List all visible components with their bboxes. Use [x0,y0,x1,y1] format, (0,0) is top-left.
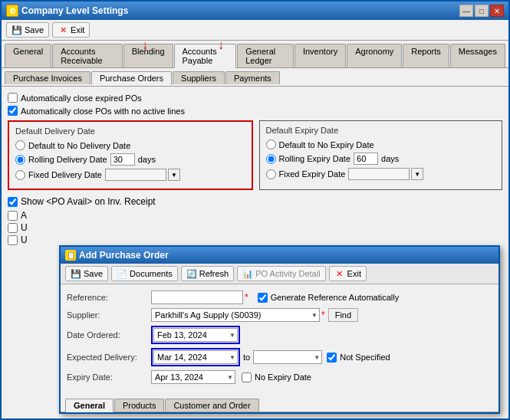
no-delivery-radio[interactable] [15,140,25,150]
check-u2-checkbox[interactable] [8,235,18,245]
fixed-expiry-radio[interactable] [266,169,276,179]
dialog-documents-button[interactable]: 📄 Documents [111,266,178,281]
fixed-expiry-date-input: Apr 13, 2024 ▼ [348,168,423,180]
subtab-purchase-orders[interactable]: Purchase Orders [91,71,172,85]
subtab-payments[interactable]: Payments [225,71,280,84]
no-expiry-radio[interactable] [266,139,276,149]
date-ordered-row: Date Ordered: Feb 13, 2024 [67,326,492,344]
check-a-checkbox[interactable] [8,211,18,221]
delivery-date-panel: Default Delivery Date Default to No Deli… [8,120,253,190]
fixed-delivery-radio[interactable] [15,170,25,180]
tab-content: Automatically close expired POs Automati… [2,87,508,253]
minimize-button[interactable]: — [459,5,473,17]
dialog-refresh-button[interactable]: 🔄 Refresh [181,266,235,281]
dialog-tab-products[interactable]: Products [114,399,164,412]
supplier-label: Supplier: [67,310,151,320]
date-ordered-select[interactable]: Feb 13, 2024 [153,328,238,342]
find-supplier-button[interactable]: Find [328,308,358,322]
not-specified-checkbox[interactable] [327,353,337,363]
expiry-date-select[interactable]: Apr 13, 2024 [151,370,235,384]
dialog-exit-button[interactable]: ✕ Exit [329,266,367,281]
no-expiry-checkbox[interactable] [242,372,252,382]
fixed-expiry-date-dropdown[interactable]: ▼ [411,168,423,180]
delivery-to-wrapper [253,350,322,364]
subtab-suppliers[interactable]: Suppliers [173,71,225,84]
check-u1-checkbox[interactable] [8,223,18,233]
auto-close-no-active-label: Automatically close POs with no active l… [21,107,185,116]
tab-messages[interactable]: Messages [450,44,505,67]
generate-reference-checkbox[interactable] [258,293,268,303]
dialog-po-activity-button[interactable]: 📊 PO Activity Detail [237,266,325,281]
to-label: to [243,353,250,362]
delivery-to-select[interactable] [253,350,322,364]
title-controls: — □ ✕ [459,5,504,17]
main-toolbar: 💾 Save ✕ Exit [2,20,508,41]
tab-inventory[interactable]: Inventory [294,44,346,67]
no-expiry-row: Default to No Expiry Date [266,139,496,149]
rolling-delivery-radio[interactable] [15,155,25,165]
maximize-button[interactable]: □ [475,5,489,17]
fixed-expiry-row: Fixed Expiry Date Apr 13, 2024 ▼ [266,168,496,180]
expected-delivery-select[interactable]: Mar 14, 2024 [153,350,238,364]
auto-close-expired-row: Automatically close expired POs [8,93,502,103]
dialog-save-button[interactable]: 💾 Save [65,266,108,281]
tab-blending[interactable]: Blending [123,44,173,67]
dialog-refresh-icon: 🔄 [186,268,197,279]
exit-button[interactable]: ✕ Exit [52,22,90,38]
save-button[interactable]: 💾 Save [6,22,49,38]
fixed-delivery-date-input: Apr 13, 2024 ▼ [105,169,180,181]
generate-reference-label: Generate Reference Automatically [271,293,400,302]
reference-row: Reference: * Generate Reference Automati… [67,290,492,304]
show-po-avail-checkbox[interactable] [8,197,18,207]
expiry-date-panel: Default Expiry Date Default to No Expiry… [259,120,503,190]
tab-general[interactable]: General [5,44,51,67]
dialog-tab-general[interactable]: General [65,399,114,412]
auto-close-no-active-checkbox[interactable] [8,106,18,116]
no-delivery-label: Default to No Delivery Date [28,141,130,150]
rolling-delivery-days-input[interactable] [110,153,135,166]
dialog-tab-customer-order[interactable]: Customer and Order [165,399,258,412]
tab-agronomy[interactable]: Agronomy [347,44,402,67]
add-purchase-order-dialog: 📋 Add Purchase Order 💾 Save 📄 Documents … [59,245,500,414]
fixed-delivery-label: Fixed Delivery Date [28,170,102,179]
dialog-po-activity-icon: 📊 [242,268,253,279]
supplier-select-wrapper: Parkhill's Ag Supply (S0039) [151,308,320,322]
rolling-expiry-label: Rolling Expiry Date [279,154,351,163]
fixed-delivery-date-dropdown[interactable]: ▼ [168,169,180,181]
tab-ap[interactable]: Accounts Payable [174,44,237,68]
auto-close-expired-checkbox[interactable] [8,93,18,103]
rolling-delivery-row: Rolling Delivery Date days [15,153,245,166]
tab-ar[interactable]: Accounts Receivable [52,44,123,67]
close-button[interactable]: ✕ [490,5,504,17]
check-a-label: A [21,210,27,221]
tab-reports[interactable]: Reports [403,44,449,67]
dialog-title-text: Add Purchase Order [79,250,169,261]
days-label-delivery: days [138,155,156,164]
expiry-date-label: Expiry Date: [67,372,151,382]
panels-row: Default Delivery Date Default to No Deli… [8,120,502,190]
date-ordered-highlight: Feb 13, 2024 [151,326,240,344]
fixed-expiry-date-field[interactable]: Apr 13, 2024 [348,168,410,180]
fixed-delivery-row: Fixed Delivery Date Apr 13, 2024 ▼ [15,169,245,181]
supplier-row: Supplier: Parkhill's Ag Supply (S0039) *… [67,308,492,322]
rolling-delivery-label: Rolling Delivery Date [28,155,107,164]
reference-input[interactable] [151,290,243,304]
days-label-expiry: days [381,154,399,163]
delivery-date-title: Default Delivery Date [15,126,245,136]
supplier-select[interactable]: Parkhill's Ag Supply (S0039) [151,308,320,322]
expiry-date-row: Expiry Date: Apr 13, 2024 No Expiry Date [67,370,492,384]
other-checkboxes: A U U [8,210,502,245]
fixed-delivery-date-field[interactable]: Apr 13, 2024 [105,169,166,181]
no-delivery-row: Default to No Delivery Date [15,140,245,150]
subtab-purchase-invoices[interactable]: Purchase Invoices [5,71,90,84]
rolling-expiry-radio[interactable] [266,154,276,164]
expiry-date-wrapper: Apr 13, 2024 [151,370,235,384]
dialog-tabs: General Products Customer and Order [61,397,498,412]
rolling-expiry-days-input[interactable] [354,153,378,165]
dialog-save-icon: 💾 [71,268,81,279]
supplier-required: * [321,310,325,320]
auto-close-no-active-row: Automatically close POs with no active l… [8,106,502,116]
tab-gl[interactable]: General Ledger [237,44,294,67]
dialog-form: Reference: * Generate Reference Automati… [61,284,498,394]
show-po-avail-row: Show <PO Avail> on Inv. Receipt [8,196,502,207]
